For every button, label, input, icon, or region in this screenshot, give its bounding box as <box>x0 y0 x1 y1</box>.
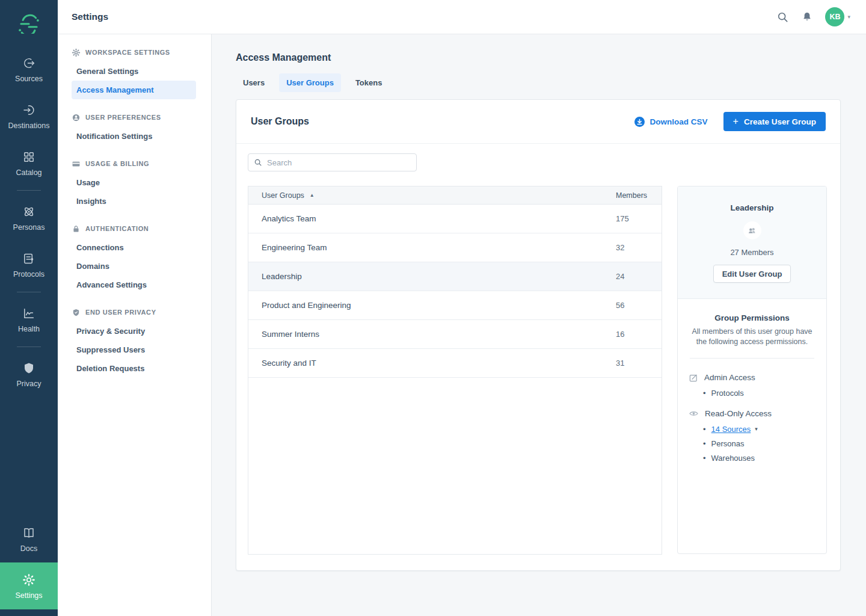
credit-card-icon <box>72 159 81 168</box>
section-header-workspace-settings: Workspace Settings <box>58 46 211 58</box>
sidebar-item-settings[interactable]: Settings <box>0 562 58 609</box>
permission-item-sources: 14 Sources ▾ <box>703 425 815 434</box>
sidebar-item-protocols[interactable]: Protocols <box>0 241 58 288</box>
health-icon <box>22 306 36 321</box>
section-header-user-preferences: User Preferences <box>58 111 211 123</box>
admin-access-label: Admin Access <box>704 373 755 382</box>
search-field[interactable] <box>248 153 417 171</box>
plus-icon: + <box>733 117 739 126</box>
protocols-icon <box>22 251 36 266</box>
chevron-down-icon[interactable]: ▾ <box>755 426 758 432</box>
tab-user-groups[interactable]: User Groups <box>279 73 341 92</box>
read-only-access-label: Read-Only Access <box>705 409 772 418</box>
account-menu[interactable]: KB ▾ <box>825 7 850 26</box>
settings-nav-advanced-settings[interactable]: Advanced Settings <box>72 276 196 294</box>
create-user-group-button[interactable]: + Create User Group <box>723 112 826 131</box>
user-circle-icon <box>72 113 81 122</box>
sidebar-item-destinations[interactable]: Destinations <box>0 93 58 140</box>
edit-pencil-icon <box>689 373 698 383</box>
sort-asc-icon[interactable]: ▲ <box>310 192 315 198</box>
table-row-selected[interactable]: Leadership 24 <box>248 262 662 291</box>
table-header: User Groups ▲ Members <box>248 186 662 205</box>
permission-item: Protocols <box>703 389 815 398</box>
group-members-icon <box>746 225 758 236</box>
eye-icon <box>689 408 699 419</box>
sidebar-item-catalog[interactable]: Catalog <box>0 140 58 186</box>
settings-sidebar: Workspace Settings General Settings Acce… <box>58 34 212 616</box>
avatar[interactable]: KB <box>825 7 844 26</box>
segment-logo[interactable] <box>0 0 58 46</box>
main-content: Access Management Users User Groups Toke… <box>212 34 866 616</box>
gear-icon <box>72 48 81 57</box>
group-member-count: 27 Members <box>687 248 817 257</box>
settings-nav-general-settings[interactable]: General Settings <box>72 62 196 81</box>
search-button[interactable] <box>776 11 789 23</box>
page-title: Access Management <box>236 52 841 63</box>
topbar: Settings KB ▾ <box>58 0 866 34</box>
personas-icon <box>22 205 36 219</box>
group-summary: Leadership <box>678 186 826 299</box>
table-row[interactable]: Security and IT 31 <box>248 349 662 378</box>
settings-nav-access-management[interactable]: Access Management <box>72 81 196 99</box>
settings-nav-usage[interactable]: Usage <box>72 173 196 192</box>
sidebar-divider <box>17 346 41 347</box>
sidebar-item-label: Docs <box>20 544 37 553</box>
sidebar-item-privacy[interactable]: Privacy <box>0 351 58 398</box>
edit-user-group-button[interactable]: Edit User Group <box>713 265 791 283</box>
permission-item: Warehouses <box>703 454 815 463</box>
column-header-members[interactable]: Members <box>616 191 648 200</box>
download-csv-button[interactable]: Download CSV <box>634 117 708 127</box>
settings-nav-connections[interactable]: Connections <box>72 238 196 257</box>
admin-access-group: Admin Access Protocols <box>689 373 815 398</box>
table-row[interactable]: Product and Engineering 56 <box>248 291 662 320</box>
settings-nav-suppressed-users[interactable]: Suppressed Users <box>72 340 196 359</box>
sidebar-item-sources[interactable]: Sources <box>0 46 58 93</box>
sidebar-item-label: Personas <box>13 223 45 232</box>
sources-count-link[interactable]: 14 Sources <box>711 425 751 434</box>
user-groups-table: User Groups ▲ Members Analytics Team 175 <box>248 186 662 555</box>
sidebar-item-label: Protocols <box>13 270 45 279</box>
table-row[interactable]: Engineering Team 32 <box>248 233 662 262</box>
sidebar-divider <box>17 292 41 292</box>
section-header-end-user-privacy: End User Privacy <box>58 306 211 318</box>
section-header-authentication: Authentication <box>58 223 211 235</box>
sidebar-item-label: Settings <box>15 591 42 600</box>
settings-nav-domains[interactable]: Domains <box>72 257 196 276</box>
read-only-access-group: Read-Only Access 14 Sources ▾ Personas <box>689 408 815 463</box>
group-name: Leadership <box>687 203 817 212</box>
table-row[interactable]: Summer Interns 16 <box>248 320 662 349</box>
card-title: User Groups <box>251 116 309 127</box>
permission-item: Personas <box>703 439 815 448</box>
lock-icon <box>72 224 81 233</box>
bell-icon <box>801 11 813 23</box>
column-header-user-groups[interactable]: User Groups ▲ <box>262 191 616 200</box>
divider <box>690 358 814 359</box>
card-header: User Groups Download CSV <box>236 100 840 144</box>
permissions-subtitle: All members of this user group have the … <box>689 327 815 347</box>
primary-sidebar: Sources Destinations Catalog <box>0 0 58 616</box>
table-row[interactable]: Analytics Team 175 <box>248 205 662 233</box>
group-avatar <box>743 221 761 239</box>
sidebar-item-docs[interactable]: Docs <box>0 516 58 562</box>
chevron-down-icon[interactable]: ▾ <box>847 14 850 20</box>
access-management-tabs: Users User Groups Tokens <box>236 73 841 92</box>
docs-icon <box>22 526 36 540</box>
page-header-title: Settings <box>72 11 108 22</box>
search-icon <box>776 11 789 23</box>
tab-users[interactable]: Users <box>236 73 272 92</box>
settings-nav-privacy-security[interactable]: Privacy & Security <box>72 322 196 340</box>
sidebar-item-label: Privacy <box>17 380 41 388</box>
sidebar-item-label: Sources <box>15 75 43 83</box>
sidebar-item-label: Destinations <box>8 122 50 130</box>
user-groups-card: User Groups Download CSV <box>236 99 841 571</box>
group-permissions: Group Permissions All members of this us… <box>678 299 826 488</box>
search-input[interactable] <box>267 158 411 167</box>
section-header-usage-billing: Usage & Billing <box>58 158 211 170</box>
settings-nav-insights[interactable]: Insights <box>72 192 196 211</box>
notifications-button[interactable] <box>801 11 813 23</box>
settings-nav-deletion-requests[interactable]: Deletion Requests <box>72 359 196 378</box>
tab-tokens[interactable]: Tokens <box>348 73 390 92</box>
sidebar-item-personas[interactable]: Personas <box>0 194 58 241</box>
sidebar-item-health[interactable]: Health <box>0 296 58 343</box>
settings-nav-notification-settings[interactable]: Notification Settings <box>72 127 196 146</box>
